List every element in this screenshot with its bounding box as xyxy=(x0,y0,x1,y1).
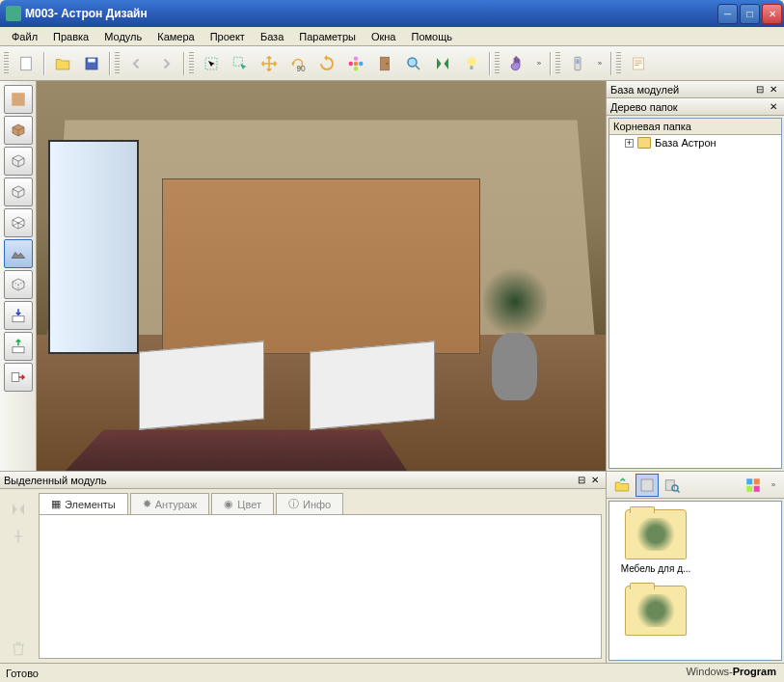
mirror-icon xyxy=(10,501,29,520)
module-panel-title: Выделенный модуль xyxy=(4,475,106,486)
search-folder-button[interactable] xyxy=(661,474,684,497)
watermark: Windows-Program xyxy=(686,664,776,678)
export-up-tool[interactable] xyxy=(4,332,33,361)
svg-rect-17 xyxy=(577,59,580,64)
undo-button[interactable] xyxy=(123,50,150,77)
panel-close-button[interactable]: ✕ xyxy=(767,83,780,96)
toolbar-grip[interactable] xyxy=(555,52,560,75)
svg-rect-15 xyxy=(471,66,473,69)
svg-rect-19 xyxy=(12,93,25,106)
view-large-button[interactable] xyxy=(635,474,659,497)
toolbar-grip[interactable] xyxy=(4,52,9,75)
minimize-button[interactable]: ─ xyxy=(717,4,738,24)
open-file-button[interactable] xyxy=(49,50,76,77)
panel-close-button[interactable]: ✕ xyxy=(588,474,602,487)
tab-elements[interactable]: ▦Элементы xyxy=(39,493,128,514)
svg-point-12 xyxy=(387,63,389,65)
svg-point-9 xyxy=(354,67,359,71)
menu-project[interactable]: Проект xyxy=(203,29,253,44)
menu-camera[interactable]: Камера xyxy=(149,29,202,44)
menu-module[interactable]: Модуль xyxy=(96,29,149,44)
svg-rect-18 xyxy=(634,58,644,69)
module-base-panel: База модулей ⊟ ✕ Дерево папок ✕ Корневая… xyxy=(606,81,784,471)
svg-point-14 xyxy=(468,57,476,66)
magnify-button[interactable] xyxy=(400,50,427,77)
folder-tree[interactable]: Корневая папка + База Астрон xyxy=(608,118,782,469)
module-content-area xyxy=(39,514,602,659)
folder-icon xyxy=(637,137,651,149)
move-button[interactable] xyxy=(256,50,283,77)
svg-point-10 xyxy=(349,61,354,66)
phone-button[interactable] xyxy=(564,50,591,77)
tree-close-button[interactable]: ✕ xyxy=(767,100,780,114)
svg-rect-0 xyxy=(21,57,32,70)
close-button[interactable]: ✕ xyxy=(762,4,782,24)
panel-title: База модулей xyxy=(610,84,679,95)
menu-base[interactable]: База xyxy=(253,29,291,44)
box-hidden-tool[interactable] xyxy=(4,270,33,299)
pin-icon[interactable]: ⊟ xyxy=(753,83,767,96)
tab-info[interactable]: ⓘИнфо xyxy=(276,493,343,514)
toolbar-grip[interactable] xyxy=(495,52,500,75)
select-rect-button[interactable] xyxy=(198,50,225,77)
left-toolbar xyxy=(0,81,37,471)
thumbnail-label: Мебель для д... xyxy=(617,563,694,574)
select-arrow-button[interactable] xyxy=(227,50,254,77)
menu-windows[interactable]: Окна xyxy=(364,29,404,44)
toolbar-grip[interactable] xyxy=(616,52,621,75)
hand-button[interactable] xyxy=(503,50,530,77)
thumbnail-panel: » Мебель для д... xyxy=(606,472,784,663)
selected-module-panel: Выделенный модуль ⊟ ✕ ▦Элементы ✸Антураж… xyxy=(0,472,606,663)
tab-color[interactable]: ◉Цвет xyxy=(211,493,274,514)
flower-button[interactable] xyxy=(342,50,369,77)
tree-item[interactable]: + База Астрон xyxy=(609,135,781,150)
redo-button[interactable] xyxy=(152,50,179,77)
menu-edit[interactable]: Правка xyxy=(45,29,96,44)
folder-thumbnail[interactable] xyxy=(617,586,694,640)
info-icon: ⓘ xyxy=(288,497,299,511)
3d-viewport[interactable] xyxy=(37,81,606,471)
svg-rect-2 xyxy=(88,58,95,62)
maximize-button[interactable]: □ xyxy=(740,4,760,24)
toolbar-more[interactable]: » xyxy=(593,50,607,77)
folder-thumbnail[interactable]: Мебель для д... xyxy=(617,509,694,574)
new-file-button[interactable] xyxy=(13,50,40,77)
tree-root-label: Корневая папка xyxy=(609,119,781,135)
rotate-button[interactable] xyxy=(313,50,340,77)
main-toolbar: 90 » » xyxy=(0,46,784,81)
tab-entourage[interactable]: ✸Антураж xyxy=(130,493,210,514)
statusbar: Готово xyxy=(0,663,784,682)
box-wireframe-tool[interactable] xyxy=(4,147,33,176)
box-outline-tool[interactable] xyxy=(4,177,33,206)
thumbnail-list[interactable]: Мебель для д... xyxy=(608,501,782,661)
rotate-90-button[interactable]: 90 xyxy=(284,50,311,77)
import-down-tool[interactable] xyxy=(4,301,33,330)
pin-icon[interactable]: ⊟ xyxy=(575,474,588,487)
titlebar: М003- Астрон Дизайн ─ □ ✕ xyxy=(0,0,784,27)
menu-params[interactable]: Параметры xyxy=(291,29,364,44)
texture-tool[interactable] xyxy=(4,85,33,114)
tree-item-label: База Астрон xyxy=(655,137,716,149)
box-solid-tool[interactable] xyxy=(4,116,33,145)
view-mode-button[interactable] xyxy=(742,474,765,497)
slider-icon xyxy=(10,528,29,547)
lightbulb-button[interactable] xyxy=(458,50,485,77)
svg-rect-27 xyxy=(754,478,760,484)
box-perspective-tool[interactable] xyxy=(4,208,33,237)
mirror-button[interactable] xyxy=(429,50,456,77)
export-right-tool[interactable] xyxy=(4,363,33,392)
menu-help[interactable]: Помощь xyxy=(403,29,460,44)
svg-rect-20 xyxy=(13,316,24,322)
terrain-tool[interactable] xyxy=(4,239,33,268)
svg-point-13 xyxy=(408,58,417,67)
toolbar-grip[interactable] xyxy=(115,52,120,75)
toolbar-more[interactable]: » xyxy=(767,472,780,499)
toolbar-grip[interactable] xyxy=(189,52,194,75)
toolbar-more[interactable]: » xyxy=(532,50,546,77)
expand-icon[interactable]: + xyxy=(625,139,634,148)
save-file-button[interactable] xyxy=(78,50,105,77)
notes-button[interactable] xyxy=(625,50,652,77)
up-folder-button[interactable] xyxy=(610,474,634,497)
door-button[interactable] xyxy=(371,50,398,77)
menu-file[interactable]: Файл xyxy=(4,29,45,44)
